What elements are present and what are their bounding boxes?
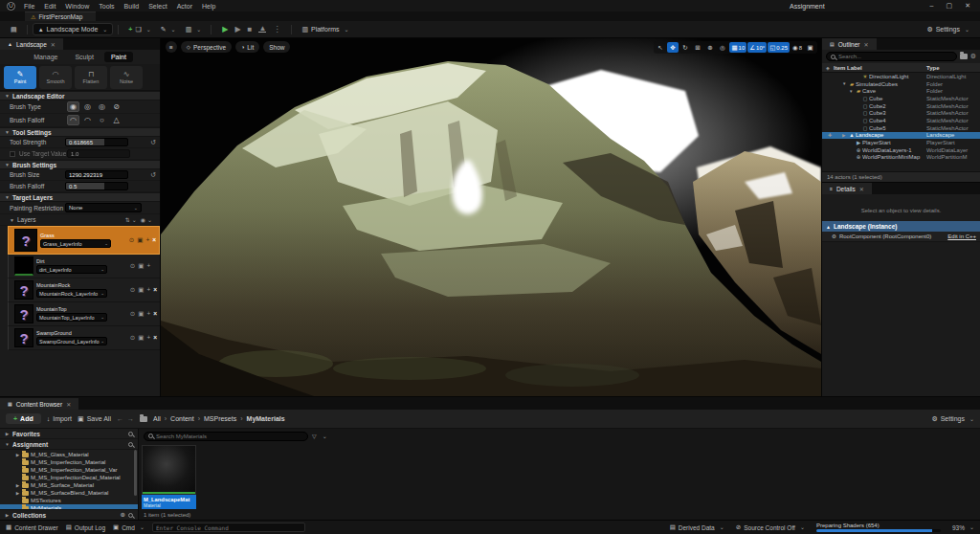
layer-copy-icon[interactable]: ▣ <box>138 286 144 294</box>
layer-row[interactable]: Dirt dirt_LayerInfo⌄ ⊙ ▣ + × <box>8 255 160 278</box>
layer-info-dropdown[interactable]: MountainRock_LayerInfo⌄ <box>36 289 107 298</box>
brush-falloff-input[interactable]: 0.5 <box>65 182 128 190</box>
eject-icon[interactable]: ▲ <box>258 26 266 33</box>
viewport-tool-button[interactable]: ✥ <box>667 42 679 53</box>
layer-add-icon[interactable]: + <box>146 262 150 270</box>
search-icon[interactable] <box>128 513 133 518</box>
layer-add-icon[interactable]: + <box>146 334 150 342</box>
favorites-section[interactable]: ▶Favorites <box>0 429 138 439</box>
outliner-settings-icon[interactable]: ⚙ <box>970 53 976 60</box>
outliner-row[interactable]: ◻ Cube5 StaticMeshActor <box>822 124 980 132</box>
reset-icon[interactable]: ↺ <box>150 139 156 146</box>
folder-tree-item[interactable]: M_MS_ImperfectionDecal_Material <box>0 474 138 481</box>
layer-visibility-dropdown[interactable]: ◉ <box>141 216 152 223</box>
layer-weight-icon[interactable]: ⊙ <box>130 286 135 294</box>
tool-strength-input[interactable]: 0.618665 <box>65 138 128 146</box>
outliner-row[interactable]: ⊕ WorldDataLayers-1 WorldDataLayer <box>822 146 980 154</box>
viewport-tool-button[interactable]: ∠ 10° <box>747 42 767 53</box>
expander-icon[interactable]: ▶ <box>15 453 20 457</box>
target-value-input[interactable]: 1.0 <box>67 149 130 158</box>
search-icon[interactable] <box>128 432 133 436</box>
layer-weight-icon[interactable]: ⊙ <box>130 262 135 270</box>
mode-tab[interactable]: Paint <box>104 52 133 62</box>
layer-row[interactable]: MountainTop MountainTop_LayerInfo⌄ ⊙ ▣ +… <box>8 302 160 326</box>
toolbar-settings-dropdown[interactable]: ⚙ Settings <box>922 24 974 35</box>
layer-thumbnail[interactable] <box>14 304 33 323</box>
view-options-icon[interactable] <box>321 434 327 439</box>
paint-tool-button[interactable]: ◠ Smooth <box>39 66 72 89</box>
details-component-row[interactable]: ⚙ RootComponent (RootComponent0) Edit in… <box>822 232 980 242</box>
outliner-row[interactable]: ▼ ▰ SimulatedCubes Folder <box>822 80 980 88</box>
folder-tree-item[interactable]: MSTextures <box>0 497 138 504</box>
menu-item[interactable]: Tools <box>99 3 114 10</box>
reset-icon[interactable]: ↺ <box>150 171 156 179</box>
play-icon[interactable]: ▶ <box>222 25 228 33</box>
section-brush-settings[interactable]: ▼Brush Settings <box>0 160 160 169</box>
stop-icon[interactable]: ■ <box>248 25 253 33</box>
brush-size-input[interactable]: 1290.292319 <box>65 170 128 179</box>
menu-item[interactable]: File <box>24 3 34 10</box>
section-target-layers[interactable]: ▼Target Layers <box>0 192 160 202</box>
folder-tree-item[interactable]: M_MS_Imperfection_Material <box>0 458 138 466</box>
save-all-button[interactable]: ▣Save All <box>78 415 111 423</box>
outliner-tab[interactable]: ▤ Outliner ✕ <box>822 38 877 50</box>
layer-thumbnail[interactable] <box>14 328 33 347</box>
add-button[interactable]: +Add <box>6 413 41 424</box>
minimize-icon[interactable]: – <box>930 2 934 10</box>
layer-weight-icon[interactable]: ⊙ <box>130 310 135 318</box>
layer-copy-icon[interactable]: ▣ <box>138 262 144 270</box>
content-drawer-button[interactable]: ▦Content Drawer <box>6 523 58 531</box>
painting-restriction-dropdown[interactable]: None⌄ <box>65 203 142 212</box>
editor-mode-dropdown[interactable]: ▲ Landscape Mode <box>33 23 114 35</box>
level-tab[interactable]: ⚠ FirstPersonMap <box>25 11 96 21</box>
layer-remove-icon[interactable]: × <box>153 334 157 342</box>
breadcrumb-item[interactable]: Content <box>170 415 200 422</box>
layer-remove-icon[interactable]: × <box>153 310 157 318</box>
viewport-tool-button[interactable]: ↻ <box>679 42 691 53</box>
expander-icon[interactable]: ▶ <box>15 491 20 496</box>
section-landscape-editor[interactable]: ▼Landscape Editor <box>0 91 160 100</box>
blueprints-button[interactable]: ✎ <box>156 24 181 35</box>
viewport-3d-scene[interactable]: ≡ ◇Perspective ◑Lit Show ↖ ✥ ↻ <box>161 38 821 396</box>
skip-icon[interactable]: ▶ <box>234 25 240 33</box>
menu-item[interactable]: Build <box>124 3 140 10</box>
mode-tab[interactable]: Sculpt <box>68 52 100 62</box>
tree-scrollbar[interactable] <box>134 450 137 496</box>
forward-icon[interactable]: → <box>127 415 134 422</box>
layer-thumbnail[interactable] <box>14 280 33 300</box>
layer-copy-icon[interactable]: ▣ <box>138 310 144 318</box>
viewport-tool-button[interactable]: ▦ 10 <box>729 42 746 53</box>
assignment-section[interactable]: ▼Assignment <box>0 439 138 450</box>
layer-add-icon[interactable]: + <box>145 236 149 244</box>
cinematics-button[interactable]: ▥ <box>181 24 207 35</box>
outliner-row[interactable]: ◻ Cube StaticMeshActor <box>822 95 980 102</box>
outliner-row[interactable]: ⊕ WorldPartitionMiniMap WorldPartitionM <box>822 154 980 162</box>
asset-search-input[interactable] <box>144 432 308 441</box>
layer-info-dropdown[interactable]: dirt_LayerInfo⌄ <box>36 265 107 274</box>
brush-type-button[interactable]: ⊘ <box>110 101 122 112</box>
viewport-tool-button[interactable]: ▣ <box>805 42 816 53</box>
layer-weight-icon[interactable]: ⊙ <box>129 236 134 244</box>
layer-thumbnail[interactable] <box>14 256 33 276</box>
brush-type-button[interactable]: ◎ <box>81 101 94 112</box>
paint-tool-button[interactable]: ✎ Paint <box>4 66 36 89</box>
layer-add-icon[interactable]: + <box>146 310 150 318</box>
outliner-row[interactable]: ▼ ▰ Cave Folder <box>822 87 980 95</box>
folder-tree-item[interactable]: ▶ M_MS_SurfaceBlend_Material <box>0 489 138 497</box>
derived-data-dropdown[interactable]: ▤Derived Data <box>670 523 724 531</box>
layer-sort-dropdown[interactable]: ⇅ <box>125 216 137 223</box>
details-tab[interactable]: ≡ Details ✕ <box>822 183 872 194</box>
progress-percent-dropdown[interactable]: 93% <box>952 524 974 531</box>
search-icon[interactable] <box>128 442 133 447</box>
collections-section[interactable]: ▶Collections ⊕ <box>0 509 138 520</box>
viewport-tool-button[interactable]: ↖ <box>655 42 666 53</box>
show-dropdown[interactable]: Show <box>263 41 290 53</box>
layer-copy-icon[interactable]: ▣ <box>137 236 143 244</box>
layer-add-icon[interactable]: + <box>146 286 150 294</box>
viewport-tool-button[interactable]: ◉ 8 <box>791 42 804 53</box>
folder-tree-item[interactable]: ▶ M_MS_Surface_Material <box>0 481 138 489</box>
landscape-panel-tab[interactable]: ▲ Landscape ✕ <box>0 38 63 50</box>
lit-dropdown[interactable]: ◑Lit <box>235 41 259 53</box>
import-button[interactable]: ↓Import <box>47 415 72 422</box>
layer-info-dropdown[interactable]: MountainTop_LayerInfo⌄ <box>36 313 107 322</box>
